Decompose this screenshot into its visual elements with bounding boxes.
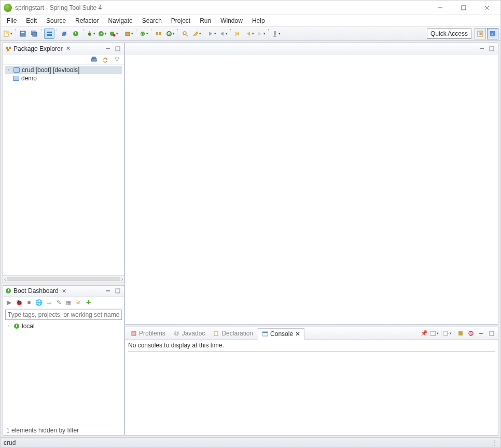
menu-run[interactable]: Run <box>196 16 215 25</box>
tab-console[interactable]: Console ✕ <box>258 328 304 340</box>
menu-edit[interactable]: Edit <box>22 16 41 25</box>
console-close-icon[interactable]: ✕ <box>295 330 300 338</box>
main-toolbar: C Quick Access ⊞ J <box>1 26 500 41</box>
new-button[interactable] <box>3 29 13 39</box>
boot-local-icon <box>13 323 20 329</box>
collapse-all-icon[interactable] <box>90 55 98 64</box>
menu-window[interactable]: Window <box>216 16 247 25</box>
view-maximize-icon[interactable] <box>488 329 496 338</box>
boot-dashboard-tree[interactable]: › local <box>3 321 124 425</box>
minimize-button[interactable] <box>428 1 452 15</box>
open-task-button[interactable] <box>165 29 175 39</box>
save-button[interactable] <box>18 29 28 39</box>
menu-refactor[interactable]: Refactor <box>71 16 103 25</box>
java-perspective-button[interactable]: J <box>487 28 498 39</box>
nav-back-end-button[interactable] <box>233 29 243 39</box>
maximize-button[interactable] <box>452 1 475 15</box>
svg-rect-57 <box>480 48 484 49</box>
console-message: No consoles to display at this time. <box>128 342 495 349</box>
tab-problems[interactable]: Problems <box>127 328 169 339</box>
search-button[interactable] <box>180 29 190 39</box>
next-annotation-button[interactable] <box>206 29 217 39</box>
menu-help[interactable]: Help <box>248 16 269 25</box>
prev-annotation-button[interactable] <box>218 29 228 39</box>
relaunch-button[interactable] <box>71 29 81 39</box>
tree-item-crud[interactable]: › crud [boot] [devtools] <box>5 66 122 74</box>
svg-rect-27 <box>156 32 158 35</box>
add-icon[interactable]: ✚ <box>84 298 92 306</box>
view-minimize-icon[interactable] <box>477 329 485 338</box>
app-icon <box>4 4 12 12</box>
view-maximize-icon[interactable] <box>114 287 122 295</box>
quick-access[interactable]: Quick Access <box>427 29 471 39</box>
open-console-icon[interactable]: ▭ <box>45 298 53 306</box>
console-option2-icon[interactable]: A <box>467 329 475 338</box>
console-option1-icon[interactable] <box>456 329 465 338</box>
skip-breakpoints-button[interactable] <box>59 29 69 39</box>
open-perspective-button[interactable]: ⊞ <box>475 28 486 39</box>
svg-rect-63 <box>430 331 436 335</box>
menu-source[interactable]: Source <box>42 16 70 25</box>
new-class-button[interactable]: C <box>138 29 149 39</box>
horizontal-scrollbar[interactable]: ‹ › <box>3 275 124 283</box>
nav-forward-button[interactable] <box>256 29 266 39</box>
expand-arrow-icon[interactable]: › <box>6 324 11 329</box>
debug-button[interactable] <box>86 29 96 39</box>
open-type-button[interactable] <box>154 29 164 39</box>
package-explorer-close-icon[interactable]: ✕ <box>66 45 71 52</box>
package-explorer-tree[interactable]: › crud [boot] [devtools] demo <box>3 65 124 275</box>
layout-icon[interactable]: ▦ <box>64 298 73 306</box>
pin-button[interactable] <box>271 29 281 39</box>
close-button[interactable] <box>475 1 498 15</box>
new-console-icon[interactable]: +▾ <box>443 329 452 338</box>
menu-file[interactable]: File <box>3 16 21 25</box>
run-button[interactable] <box>97 29 107 39</box>
debug-icon[interactable]: 🐞 <box>15 298 23 306</box>
view-minimize-icon[interactable] <box>104 287 112 295</box>
edit-icon[interactable]: ✎ <box>54 298 63 306</box>
console-icon <box>262 331 268 337</box>
run-last-button[interactable] <box>108 29 119 39</box>
svg-rect-47 <box>106 48 110 49</box>
view-menu-icon[interactable]: ▽ <box>113 55 121 64</box>
nav-back-button[interactable] <box>244 29 255 39</box>
view-maximize-icon[interactable] <box>114 45 122 53</box>
start-icon[interactable]: ▶ <box>5 298 13 306</box>
tree-item-local[interactable]: › local <box>5 322 122 330</box>
package-explorer-icon <box>5 46 11 52</box>
svg-rect-11 <box>47 34 52 36</box>
menu-search[interactable]: Search <box>138 16 166 25</box>
annotation-button[interactable] <box>191 29 202 39</box>
svg-rect-46 <box>7 49 9 51</box>
boot-dashboard-view: Boot Dashboard ✕ ▶ 🐞 ■ 🌐 ▭ ✎ ▦ ⚞ ✚ <box>3 285 124 436</box>
menu-navigate[interactable]: Navigate <box>104 16 136 25</box>
expand-arrow-icon[interactable]: › <box>6 67 11 73</box>
toggle-breadcrumb-button[interactable] <box>44 29 54 39</box>
new-package-button[interactable] <box>123 29 134 39</box>
link-editor-icon[interactable] <box>101 55 109 64</box>
open-browser-icon[interactable]: 🌐 <box>35 298 43 306</box>
save-all-button[interactable] <box>29 29 39 39</box>
svg-rect-5 <box>6 31 9 34</box>
boot-dashboard-close-icon[interactable]: ✕ <box>62 288 66 295</box>
boot-filter-input[interactable] <box>5 310 122 320</box>
svg-marker-36 <box>247 32 250 36</box>
svg-point-23 <box>113 34 115 37</box>
editor-minimize-icon[interactable] <box>478 45 486 53</box>
menu-project[interactable]: Project <box>167 16 194 25</box>
display-console-icon[interactable]: ▾ <box>430 329 439 338</box>
boot-dashboard-title: Boot Dashboard <box>13 287 59 295</box>
tree-item-demo[interactable]: demo <box>5 74 122 82</box>
stop-icon[interactable]: ■ <box>25 298 33 306</box>
editor-maximize-icon[interactable] <box>488 45 496 53</box>
svg-text:⊞: ⊞ <box>479 32 482 36</box>
tree-item-label: local <box>22 323 35 330</box>
view-minimize-icon[interactable] <box>104 45 112 53</box>
tab-declaration[interactable]: Declaration <box>210 328 257 339</box>
pin-console-icon[interactable]: 📌 <box>420 329 428 338</box>
svg-rect-58 <box>490 47 494 51</box>
tab-javadoc[interactable]: @ Javadoc <box>170 328 209 339</box>
svg-rect-9 <box>33 32 37 36</box>
filter-icon[interactable]: ⚞ <box>74 298 82 306</box>
svg-rect-66 <box>458 331 463 335</box>
